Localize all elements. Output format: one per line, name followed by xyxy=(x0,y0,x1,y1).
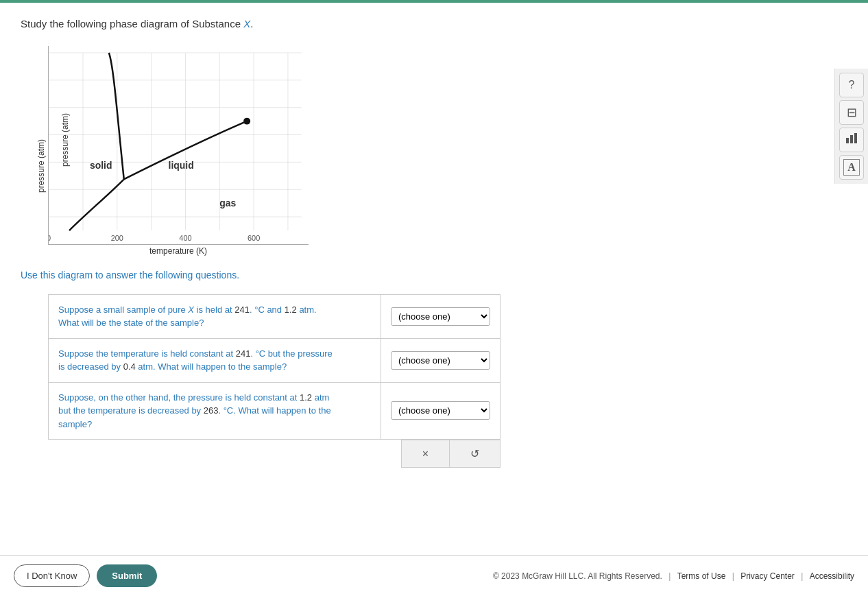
svg-text:gas: gas xyxy=(219,198,236,208)
calculator-icon: ⊟ xyxy=(847,105,857,120)
q2-line2: is decreased by xyxy=(58,361,123,372)
q1-substance: X xyxy=(188,305,194,315)
accessibility-link[interactable]: Accessibility xyxy=(810,571,854,581)
bottom-bar: I Don't Know Submit © 2023 McGraw Hill L… xyxy=(0,555,868,596)
question-3-answer: (choose one) It will become solid It wil… xyxy=(381,382,501,440)
q2-part1: Suppose the temperature is held constant… xyxy=(58,348,236,359)
question-1-text: Suppose a small sample of pure X is held… xyxy=(49,294,381,338)
q3-part1: Suppose, on the other hand, the pressure… xyxy=(58,392,300,403)
action-buttons-container: × ↺ xyxy=(401,440,501,468)
question-1-answer: (choose one) solid liquid gas xyxy=(381,294,501,338)
footer-sep-3: | xyxy=(801,571,805,581)
footer-sep-1: | xyxy=(668,571,673,581)
question-row-3: Suppose, on the other hand, the pressure… xyxy=(49,382,501,440)
questions-table: Suppose a small sample of pure X is held… xyxy=(48,294,501,440)
q3-line3: sample? xyxy=(58,419,92,429)
footer-sep-2: | xyxy=(732,571,736,581)
question-row-1: Suppose a small sample of pure X is held… xyxy=(49,294,501,338)
reset-button[interactable]: ↺ xyxy=(450,440,500,467)
select-q3[interactable]: (choose one) It will become solid It wil… xyxy=(391,401,490,420)
calculator-tool[interactable]: ⊟ xyxy=(839,100,864,125)
q1-part4: atm. xyxy=(297,305,317,315)
bar-chart-icon xyxy=(845,132,858,147)
select-q2[interactable]: (choose one) It will become solid It wil… xyxy=(391,351,490,370)
q1-part2: is held at xyxy=(194,305,234,315)
svg-point-24 xyxy=(243,117,250,124)
svg-text:liquid: liquid xyxy=(169,160,194,171)
q3-part4: . °C. What will happen to the xyxy=(218,405,330,416)
font-icon: A xyxy=(843,159,860,176)
q2-part2: . °C but the pressure xyxy=(250,348,332,359)
clear-button[interactable]: × xyxy=(402,440,450,467)
svg-rect-25 xyxy=(846,138,849,143)
diagram-instruction: Use this diagram to answer the following… xyxy=(21,270,802,281)
substance-label: X xyxy=(243,18,250,29)
svg-rect-27 xyxy=(854,133,857,143)
svg-text:600: 600 xyxy=(248,234,260,242)
phase-diagram-container: pressure (atm) xyxy=(34,46,309,256)
q1-line2: What will be the state of the sample? xyxy=(58,318,204,328)
q1-part1: Suppose a small sample of pure xyxy=(58,305,188,315)
q3-num2: 263 xyxy=(204,405,219,416)
q1-num1: 241 xyxy=(234,305,250,315)
q3-part2: atm xyxy=(312,392,329,403)
question-2-text: Suppose the temperature is held constant… xyxy=(49,338,381,382)
help-icon: ? xyxy=(849,79,855,91)
q1-num2: 1.2 xyxy=(285,305,297,315)
svg-text:200: 200 xyxy=(111,234,123,242)
q2-num1: 241 xyxy=(236,348,251,359)
y-axis-label: pressure (atm) xyxy=(36,139,46,192)
chart-tool[interactable] xyxy=(839,128,864,152)
reset-icon: ↺ xyxy=(470,448,479,460)
help-tool[interactable]: ? xyxy=(839,73,864,97)
q3-num1: 1.2 xyxy=(300,392,312,403)
q3-part3: but the temperature is decreased by xyxy=(58,405,204,416)
dont-know-button[interactable]: I Don't Know xyxy=(14,564,90,587)
terms-link[interactable]: Terms of Use xyxy=(677,571,726,581)
x-axis-label-text: temperature (K) xyxy=(149,246,207,256)
q1-part3: . °C and xyxy=(250,305,285,315)
submit-button[interactable]: Submit xyxy=(97,564,157,587)
svg-text:solid: solid xyxy=(90,160,112,171)
bottom-left-buttons: I Don't Know Submit xyxy=(14,564,157,587)
q2-part3: atm. What will happen to the sample? xyxy=(136,361,287,372)
right-sidebar: ? ⊟ A xyxy=(834,69,868,184)
clear-icon: × xyxy=(422,448,429,460)
question-2-answer: (choose one) It will become solid It wil… xyxy=(381,338,501,382)
question-intro: Study the following phase diagram of Sub… xyxy=(21,16,802,32)
svg-text:0: 0 xyxy=(48,234,51,242)
svg-text:400: 400 xyxy=(179,234,191,242)
question-3-text: Suppose, on the other hand, the pressure… xyxy=(49,382,381,440)
svg-rect-26 xyxy=(850,135,853,143)
select-q1[interactable]: (choose one) solid liquid gas xyxy=(391,307,490,326)
action-row: × ↺ xyxy=(48,440,501,468)
privacy-link[interactable]: Privacy Center xyxy=(740,571,795,581)
footer-links: © 2023 McGraw Hill LLC. All Rights Reser… xyxy=(493,571,854,581)
copyright-text: © 2023 McGraw Hill LLC. All Rights Reser… xyxy=(493,571,662,581)
question-intro-text: Study the following phase diagram of Sub… xyxy=(21,18,243,29)
question-row-2: Suppose the temperature is held constant… xyxy=(49,338,501,382)
q2-num2: 0.4 xyxy=(123,361,136,372)
font-tool[interactable]: A xyxy=(839,155,864,180)
phase-diagram-svg: 0 1.4 2.8 0 200 400 600 solid liquid gas xyxy=(48,46,309,245)
